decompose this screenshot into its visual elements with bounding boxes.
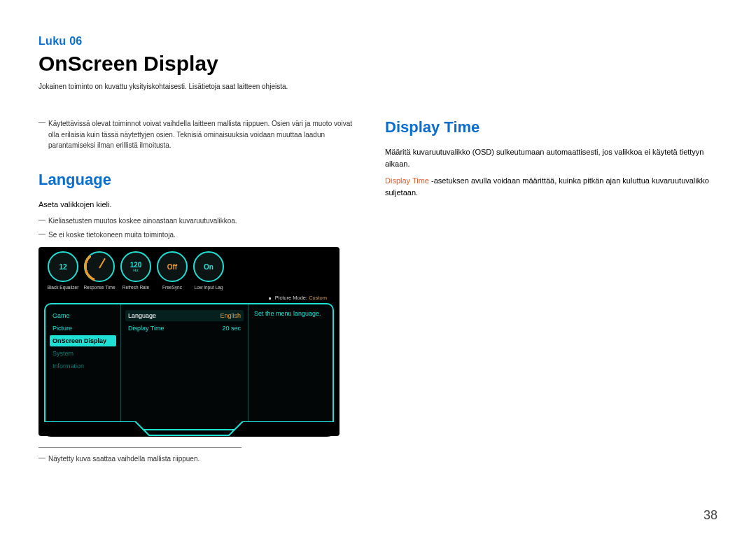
picture-mode-label: Picture Mode: [275, 295, 307, 301]
display-time-p2-rest: -asetuksen avulla voidaan määrittää, kui… [385, 176, 709, 197]
osd-description-column: Set the menu language. [248, 304, 332, 429]
setting-label: Language [128, 312, 156, 319]
display-time-p2: Display Time -asetuksen avulla voidaan m… [385, 175, 718, 198]
osd-settings-column: LanguageEnglishDisplay Time20 sec [121, 304, 248, 429]
osd-sidebar-item-onscreen-display[interactable]: OnScreen Display [50, 335, 116, 346]
language-intro: Aseta valikkojen kieli. [38, 199, 357, 211]
osd-menu-panel: GamePictureOnScreen DisplaySystemInforma… [44, 303, 334, 430]
osd-setting-display-time[interactable]: Display Time20 sec [125, 323, 244, 334]
dial-label: Low Input Lag [192, 285, 225, 290]
osd-sidebar-item-picture[interactable]: Picture [50, 323, 116, 334]
dial-label: Refresh Rate [120, 285, 152, 290]
page-subtitle: Jokainen toiminto on kuvattu yksityiskoh… [38, 83, 718, 90]
dial-label: Response Time [83, 285, 115, 290]
setting-label: Display Time [128, 325, 164, 332]
section-heading-display-time: Display Time [385, 118, 718, 136]
manual-page: Luku 06 OnScreen Display Jokainen toimin… [0, 0, 756, 534]
display-time-term: Display Time [385, 176, 429, 185]
dial-circle: 12 [48, 251, 78, 282]
osd-setting-language[interactable]: LanguageEnglish [125, 310, 244, 321]
osd-bottom-decoration [44, 421, 334, 437]
osd-sidebar-item-game[interactable]: Game [50, 310, 116, 321]
gauge-needle-icon [99, 258, 106, 269]
osd-sidebar-item-system[interactable]: System [50, 348, 116, 359]
display-time-p1: Määritä kuvaruutuvalikko (OSD) sulkeutum… [385, 146, 718, 169]
dot-icon [269, 297, 271, 300]
dial-circle: 120Hz [120, 251, 151, 282]
content-columns: Käytettävissä olevat toiminnot voivat va… [38, 118, 718, 468]
osd-screenshot: 12Black EqualizerResponse Time120HzRefre… [38, 247, 340, 436]
osd-sidebar: GamePictureOnScreen DisplaySystemInforma… [46, 304, 121, 429]
dial-circle: On [193, 251, 224, 282]
dial-circle: Off [157, 251, 188, 282]
setting-value: English [220, 312, 241, 319]
dial-value: 12 [59, 263, 66, 271]
dial-value: On [204, 263, 214, 271]
dial-label: FreeSync [156, 285, 188, 290]
osd-dial-4: OnLow Input Lag [192, 251, 225, 290]
footnote-separator [38, 447, 241, 448]
language-note-2: Se ei koske tietokoneen muita toimintoja… [38, 230, 357, 241]
setting-value: 20 sec [222, 325, 241, 332]
column-left: Käytettävissä olevat toiminnot voivat va… [38, 118, 357, 468]
osd-description-text: Set the menu language. [254, 310, 327, 317]
osd-dial-2: 120HzRefresh Rate [120, 251, 152, 290]
dial-subvalue: Hz [133, 268, 138, 272]
dial-circle [84, 251, 115, 282]
page-title: OnScreen Display [38, 52, 718, 76]
dial-label: Black Equalizer [47, 285, 79, 290]
osd-dials-row: 12Black EqualizerResponse Time120HzRefre… [47, 251, 225, 290]
picture-mode-value: Custom [309, 295, 327, 301]
column-right: Display Time Määritä kuvaruutuvalikko (O… [385, 118, 718, 468]
osd-dial-3: OffFreeSync [156, 251, 188, 290]
page-number: 38 [704, 508, 718, 523]
image-vary-note: Näytetty kuva saattaa vaihdella mallista… [38, 454, 357, 465]
chapter-label: Luku 06 [38, 35, 718, 48]
picture-mode-badge: Picture Mode: Custom [269, 293, 327, 303]
osd-dial-1: Response Time [83, 251, 115, 290]
language-note-1: Kieliasetusten muutos koskee ainoastaan … [38, 216, 357, 227]
osd-dial-0: 12Black Equalizer [47, 251, 79, 290]
dial-value: Off [167, 263, 177, 271]
section-heading-language: Language [38, 171, 357, 189]
osd-sidebar-item-information[interactable]: Information [50, 360, 116, 372]
availability-note: Käytettävissä olevat toiminnot voivat va… [38, 118, 357, 151]
